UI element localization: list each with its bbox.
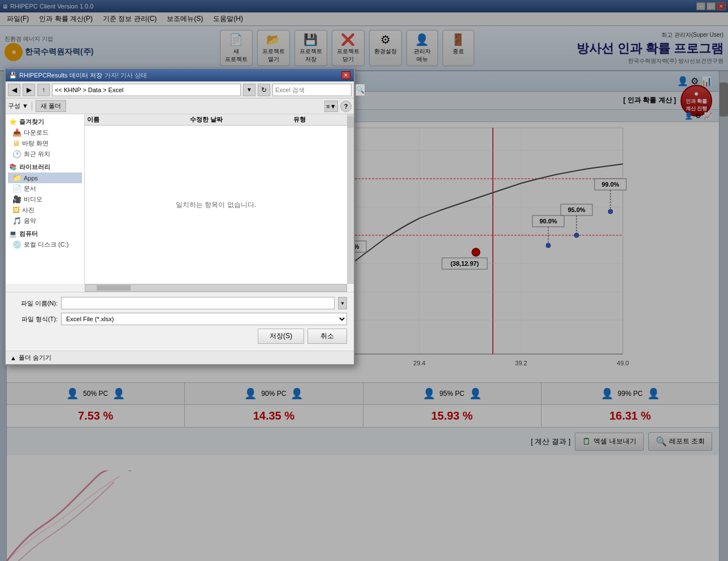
view-options-button[interactable]: ≡▼ <box>324 101 338 112</box>
filename-input[interactable] <box>61 297 335 309</box>
dialog-scroll-thumb[interactable] <box>347 116 354 128</box>
computer-label: 컴퓨터 <box>19 230 38 238</box>
sidebar-desktop-label: 바탕 화면 <box>22 139 49 148</box>
search-input[interactable] <box>273 87 356 93</box>
filename-label: 파일 이름(N): <box>12 299 58 308</box>
library-icon: 📚 <box>9 163 17 171</box>
library-header: 📚 라이브러리 <box>8 162 82 172</box>
cancel-button[interactable]: 취소 <box>307 329 347 344</box>
photos-folder-icon: 🖼 <box>12 206 20 214</box>
dialog-sidebar: ⭐ 즐겨찾기 📥 다운로드 🖥 바탕 화면 🕐 최근 위치 <box>6 114 85 284</box>
dialog-action-buttons: 저장(S) 취소 <box>12 329 347 346</box>
desktop-folder-icon: 🖥 <box>12 139 20 148</box>
dialog-hscroll-thumb[interactable] <box>97 285 131 291</box>
sidebar-videos[interactable]: 🎥 비디오 <box>8 194 82 205</box>
sidebar-photos[interactable]: 🖼 사진 <box>8 205 82 215</box>
dialog-title-bar: 💾 RHIPEPCResults 데이터 저장 가자! 기사 상태 ✕ <box>6 69 354 81</box>
sidebar-drive-c-label: 로컬 디스크 (C:) <box>24 240 68 249</box>
download-folder-icon: 📥 <box>12 128 21 137</box>
file-list-area: 일치하는 항목이 없습니다. <box>85 126 347 284</box>
refresh-button[interactable]: ↻ <box>258 84 270 96</box>
dialog-hscrollbar[interactable] <box>85 284 347 292</box>
search-button[interactable]: 🔍 <box>356 84 365 96</box>
dialog-title-text-label: RHIPEPCResults 데이터 저장 <box>19 71 102 80</box>
dialog-body: ⭐ 즐겨찾기 📥 다운로드 🖥 바탕 화면 🕐 최근 위치 <box>6 114 354 284</box>
sidebar-music[interactable]: 🎵 음악 <box>8 215 82 226</box>
folder-toggle-bar[interactable]: ▲ 폴더 숨기기 <box>6 351 354 364</box>
music-folder-icon: 🎵 <box>12 217 21 225</box>
triangle-icon: ▲ <box>10 355 16 361</box>
help-button[interactable]: ? <box>340 101 352 112</box>
sidebar-music-label: 음악 <box>24 217 36 225</box>
library-section: 📚 라이브러리 📁 Apps 📄 문서 🎥 비디오 🖼 사진 <box>8 162 82 226</box>
library-label: 라이브러리 <box>19 163 50 171</box>
dialog-save-icon: 💾 <box>9 72 17 79</box>
path-text: << KHNP > Data > Excel <box>55 87 123 93</box>
dialog-extra-text: 가자! 기사 상태 <box>105 71 147 80</box>
col-type-header: 유형 <box>293 115 345 124</box>
favorites-label: 즐겨찾기 <box>19 118 44 126</box>
recent-folder-icon: 🕐 <box>12 150 21 158</box>
sidebar-apps[interactable]: 📁 Apps <box>8 172 82 183</box>
sidebar-desktop[interactable]: 🖥 바탕 화면 <box>8 138 82 149</box>
sidebar-docs-label: 문서 <box>24 184 36 193</box>
back-button[interactable]: ◀ <box>8 84 20 96</box>
videos-folder-icon: 🎥 <box>12 195 21 204</box>
search-box: 🔍 <box>272 84 352 96</box>
sidebar-apps-label: Apps <box>24 175 38 182</box>
sidebar-recent-label: 최근 위치 <box>24 150 50 158</box>
file-list-container: 이름 수정한 날짜 유형 일치하는 항목이 없습니다. <box>85 114 347 284</box>
sidebar-videos-label: 비디오 <box>24 195 42 204</box>
apps-folder-icon: 📁 <box>12 174 21 182</box>
forward-button[interactable]: ▶ <box>23 84 35 96</box>
dialog-bottom: 파일 이름(N): ▼ 파일 형식(T): Excel File (*.xlsx… <box>6 292 354 351</box>
path-combo[interactable]: << KHNP > Data > Excel <box>52 84 241 96</box>
col-name-header: 이름 <box>87 115 190 124</box>
favorites-section: ⭐ 즐겨찾기 📥 다운로드 🖥 바탕 화면 🕐 최근 위치 <box>8 116 82 159</box>
dialog-scrollbar[interactable] <box>347 114 354 284</box>
save-dialog: 💾 RHIPEPCResults 데이터 저장 가자! 기사 상태 ✕ ◀ ▶ … <box>5 68 355 365</box>
computer-section: 💻 컴퓨터 💿 로컬 디스크 (C:) <box>8 228 82 250</box>
new-folder-button[interactable]: 새 폴더 <box>36 100 66 112</box>
col-date-header: 수정한 날짜 <box>190 115 293 124</box>
up-button[interactable]: ↑ <box>37 84 50 96</box>
file-list-headers: 이름 수정한 날짜 유형 <box>85 114 347 126</box>
docs-folder-icon: 📄 <box>12 184 21 193</box>
toggle-label: 폴더 숨기기 <box>19 353 51 362</box>
sidebar-docs[interactable]: 📄 문서 <box>8 183 82 194</box>
dialog-toolbar: ◀ ▶ ↑ << KHNP > Data > Excel ▼ ↻ 🔍 <box>6 81 354 98</box>
organize-label: 구성 ▼ <box>8 102 28 110</box>
filetype-select[interactable]: Excel File (*.xlsx) <box>61 313 347 325</box>
no-match-text: 일치하는 항목이 없습니다. <box>176 200 256 210</box>
favorites-star-icon: ⭐ <box>9 118 17 126</box>
computer-icon: 💻 <box>9 230 17 238</box>
filetype-row: 파일 형식(T): Excel File (*.xlsx) <box>12 313 347 325</box>
sidebar-photos-label: 사진 <box>22 206 34 214</box>
filename-row: 파일 이름(N): ▼ <box>12 297 347 309</box>
sidebar-drive-c[interactable]: 💿 로컬 디스크 (C:) <box>8 239 82 250</box>
sidebar-download[interactable]: 📥 다운로드 <box>8 127 82 138</box>
drive-icon: 💿 <box>12 240 21 249</box>
filetype-label: 파일 형식(T): <box>12 315 58 323</box>
sidebar-recent[interactable]: 🕐 최근 위치 <box>8 149 82 159</box>
computer-header: 💻 컴퓨터 <box>8 228 82 239</box>
save-button[interactable]: 저장(S) <box>258 329 304 344</box>
dialog-close-button[interactable]: ✕ <box>341 71 350 79</box>
dialog-sub-toolbar: 구성 ▼ 새 폴더 ≡▼ ? <box>6 98 354 114</box>
filename-dropdown-button[interactable]: ▼ <box>338 297 347 309</box>
sidebar-download-label: 다운로드 <box>24 128 49 137</box>
path-dropdown-button[interactable]: ▼ <box>243 84 255 96</box>
favorites-header: ⭐ 즐겨찾기 <box>8 116 82 127</box>
